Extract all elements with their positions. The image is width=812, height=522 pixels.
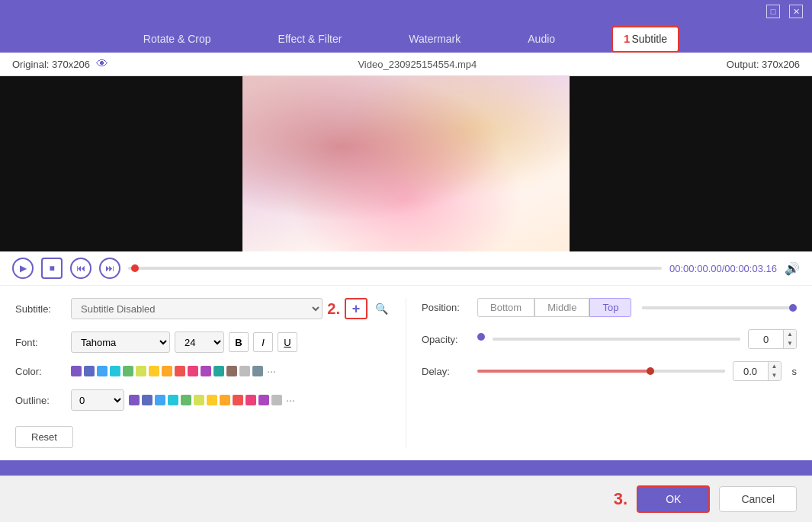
opacity-arrows: ▲ ▼ (783, 330, 796, 348)
volume-icon[interactable]: 🔊 (785, 261, 800, 276)
outline-swatch-10[interactable] (246, 395, 256, 405)
delay-up-button[interactable]: ▲ (769, 362, 781, 371)
position-middle-button[interactable]: Middle (534, 298, 589, 317)
color-swatch-3[interactable] (97, 366, 108, 376)
delay-slider-thumb[interactable] (647, 367, 654, 375)
color-swatch-1[interactable] (71, 366, 82, 376)
next-button[interactable]: ⏭ (99, 258, 120, 279)
opacity-thumb[interactable] (477, 333, 485, 341)
tab-bar: Rotate & Crop Effect & Filter Watermark … (0, 23, 812, 53)
delay-row: Delay: 0.0 ▲ ▼ s (422, 361, 797, 381)
delay-slider-track[interactable] (477, 370, 725, 373)
video-info-bar: Original: 370x206 👁 Video_230925154554.m… (0, 53, 812, 76)
color-swatch-13[interactable] (226, 366, 237, 376)
opacity-slider-track[interactable] (493, 338, 740, 341)
position-slider-thumb[interactable] (789, 304, 797, 312)
close-button[interactable]: ✕ (789, 5, 803, 18)
delay-value: 0.0 (733, 364, 768, 379)
video-black-left (0, 76, 242, 251)
cancel-button[interactable]: Cancel (719, 486, 797, 512)
time-display: 00:00:00.00/00:00:03.16 (669, 263, 777, 274)
font-label: Font: (15, 337, 65, 348)
underline-button[interactable]: U (278, 332, 297, 352)
outline-swatch-7[interactable] (207, 395, 217, 405)
color-swatch-12[interactable] (213, 366, 224, 376)
opacity-down-button[interactable]: ▼ (784, 339, 796, 348)
tab-subtitle[interactable]: 1Subtitle (611, 26, 679, 53)
color-swatch-10[interactable] (188, 366, 198, 376)
eye-icon[interactable]: 👁 (96, 57, 108, 71)
opacity-label: Opacity: (422, 334, 471, 345)
font-dropdown[interactable]: Tahoma (71, 331, 170, 353)
search-subtitle-button[interactable]: 🔍 (372, 299, 390, 318)
delay-unit: s (792, 366, 798, 377)
delay-label: Delay: (422, 366, 471, 377)
ok-button[interactable]: OK (637, 485, 710, 513)
step3-badge: 3. (614, 489, 627, 509)
settings-right: Position: Bottom Middle Top Opacity: (406, 298, 797, 448)
position-label: Position: (422, 302, 471, 313)
video-preview (0, 76, 812, 251)
color-swatch-4[interactable] (110, 366, 120, 376)
outline-swatch-4[interactable] (168, 395, 178, 405)
color-swatch-8[interactable] (162, 366, 172, 376)
color-swatch-14[interactable] (239, 366, 250, 376)
progress-indicator (131, 264, 139, 272)
outline-swatch-6[interactable] (194, 395, 204, 405)
outline-swatch-1[interactable] (129, 395, 140, 405)
outline-color-swatches: ··· (129, 394, 295, 406)
outline-swatch-12[interactable] (271, 395, 282, 405)
delay-controls: 0.0 ▲ ▼ s (477, 361, 797, 381)
italic-button[interactable]: I (253, 332, 273, 352)
playback-bar: ▶ ■ ⏮ ⏭ 00:00:00.00/00:00:03.16 🔊 (0, 251, 812, 286)
tab-effect[interactable]: Effect & Filter (268, 26, 353, 53)
subtitle-dropdown[interactable]: Subtitle Disabled (71, 298, 323, 319)
outline-swatch-9[interactable] (233, 395, 243, 405)
opacity-up-button[interactable]: ▲ (784, 330, 796, 339)
color-label: Color: (15, 366, 65, 377)
color-swatch-5[interactable] (123, 366, 133, 376)
settings-panel: Subtitle: Subtitle Disabled 2. + 🔍 Font:… (0, 286, 812, 460)
play-button[interactable]: ▶ (12, 258, 34, 279)
prev-button[interactable]: ⏮ (70, 258, 91, 279)
tab-rotate[interactable]: Rotate & Crop (133, 26, 222, 53)
outline-swatch-8[interactable] (220, 395, 230, 405)
color-swatch-6[interactable] (136, 366, 146, 376)
color-swatch-11[interactable] (201, 366, 211, 376)
font-controls: Tahoma 24 B I U (71, 331, 390, 353)
bold-button[interactable]: B (229, 332, 249, 352)
opacity-controls: 0 ▲ ▼ (477, 329, 797, 349)
outline-dropdown[interactable]: 0 (71, 389, 124, 411)
color-swatch-7[interactable] (149, 366, 159, 376)
subtitle-controls: Subtitle Disabled 2. + 🔍 (71, 298, 390, 319)
tab-audio[interactable]: Audio (517, 26, 566, 53)
opacity-row: Opacity: 0 ▲ ▼ (422, 329, 797, 349)
reset-button[interactable]: Reset (15, 426, 73, 448)
delay-down-button[interactable]: ▼ (769, 371, 781, 380)
position-bottom-button[interactable]: Bottom (477, 298, 534, 317)
tab-watermark[interactable]: Watermark (398, 26, 471, 53)
outline-swatch-3[interactable] (155, 395, 165, 405)
stop-button[interactable]: ■ (41, 258, 63, 279)
color-swatch-2[interactable] (84, 366, 95, 376)
position-top-button[interactable]: Top (589, 298, 631, 317)
minimize-button[interactable]: □ (766, 5, 780, 18)
subtitle-row: Subtitle: Subtitle Disabled 2. + 🔍 (15, 298, 390, 319)
position-buttons-group: Bottom Middle Top (477, 298, 631, 317)
outline-more-colors-button[interactable]: ··· (286, 394, 295, 406)
position-row: Position: Bottom Middle Top (422, 298, 797, 317)
progress-bar[interactable] (128, 267, 662, 270)
original-size: Original: 370x206 (12, 59, 90, 70)
outline-label: Outline: (15, 395, 65, 406)
color-swatch-9[interactable] (175, 366, 185, 376)
color-swatch-15[interactable] (252, 366, 263, 376)
font-size-dropdown[interactable]: 24 (175, 331, 224, 353)
position-slider[interactable] (642, 306, 797, 309)
subtitle-label: Subtitle: (15, 303, 65, 315)
more-colors-button[interactable]: ··· (267, 365, 276, 377)
outline-swatch-5[interactable] (181, 395, 191, 405)
outline-swatch-11[interactable] (258, 395, 269, 405)
add-subtitle-button[interactable]: + (345, 298, 367, 319)
title-bar: □ ✕ (0, 0, 812, 23)
outline-swatch-2[interactable] (142, 395, 152, 405)
